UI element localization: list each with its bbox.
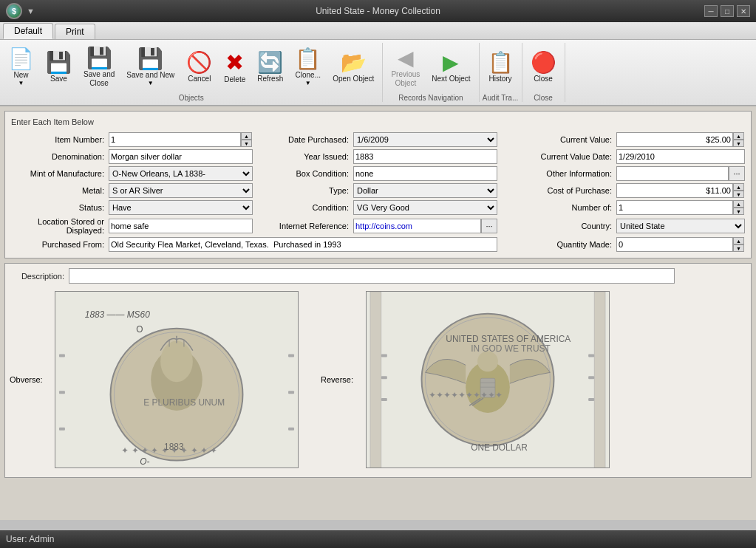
svg-text:O: O [136,323,143,334]
inet-btn2[interactable]: ··· [481,219,497,233]
cost-down[interactable]: ▼ [733,191,744,198]
reverse-svg: UNITED STATES OF AMERICA IN GOD WE TRUST… [367,292,609,468]
other-info-input[interactable] [616,166,729,181]
description-label: Description: [10,272,69,281]
new-button[interactable]: 📄 New ▼ [3,46,39,89]
country-select[interactable]: United State [616,219,745,233]
denom-input2[interactable] [109,149,253,164]
qty-made-input[interactable] [616,237,733,252]
svg-rect-15 [59,428,65,431]
cost-input[interactable] [616,183,733,198]
qty-up[interactable]: ▲ [733,237,744,244]
svg-text:O-: O- [140,456,149,466]
svg-rect-36 [381,354,387,357]
reverse-container: Reverse: [321,291,610,468]
delete-button[interactable]: ✖ Delete [219,49,251,87]
user-info: User: Admin [6,534,54,544]
item-num-wrap: ▲ ▼ [109,132,253,147]
history-label: History [488,75,511,83]
next-label: Next Object [432,75,470,83]
cur-val-date-label: Current Value Date: [508,152,615,161]
cur-val-down[interactable]: ▼ [733,140,744,147]
other-info-btn[interactable]: ··· [729,166,745,181]
qty-down[interactable]: ▼ [733,244,744,252]
cost-label: Cost of Purchase: [508,186,615,195]
previous-button[interactable]: ◀ PreviousObject [386,45,425,91]
save-button[interactable]: 💾 Save [41,49,77,86]
app-logo: $ [6,3,22,19]
item-up[interactable]: ▲ [241,132,252,140]
status-label2: Status: [11,203,107,212]
num-of-spinners: ▲ ▼ [733,200,744,215]
svg-point-6 [160,340,193,382]
year-label2: Year Issued: [263,152,352,161]
next-button[interactable]: ▶ Next Object [426,49,475,86]
item-down[interactable]: ▼ [241,140,252,147]
minimize-button[interactable]: ─ [704,5,718,17]
open-object-button[interactable]: 📂 Open Object [327,49,379,86]
main-content: Enter Each Item Below Item Number: ▲ ▼ D… [0,106,756,520]
other-info-wrap: ··· [616,166,745,181]
title-bar: $ ▼ United State - Money Collection ─ □ … [0,0,756,22]
cost-up[interactable]: ▲ [733,183,744,191]
box-cond-input2[interactable] [353,166,497,181]
prev-label: PreviousObject [391,70,420,88]
tab-default[interactable]: Default [3,23,53,39]
svg-rect-37 [381,376,387,379]
current-value-input[interactable] [616,132,733,147]
history-button[interactable]: 📋 History [483,49,519,86]
mint-select2[interactable]: O-New Orleans, LA 1838- [109,166,253,181]
purch-from-input2[interactable] [109,237,497,252]
cancel-button[interactable]: 🚫 Cancel [181,49,217,86]
date-select2[interactable]: 1/6/2009 [353,132,497,147]
svg-point-26 [477,351,498,371]
save-new-button[interactable]: 💾 Save and New ▼ [121,46,180,89]
save-close-button[interactable]: 💾 Save andClose [78,45,120,91]
reverse-label: Reverse: [321,375,361,384]
inet-input2[interactable] [353,219,481,233]
svg-text:ONE DOLLAR: ONE DOLLAR [471,442,528,452]
num-of-up[interactable]: ▲ [733,200,744,208]
svg-rect-40 [588,376,594,379]
cur-val-date-input[interactable] [616,149,745,164]
type-select2[interactable]: Dollar [353,183,497,198]
svg-rect-21 [370,292,381,468]
year-input2[interactable] [353,149,497,164]
svg-rect-41 [588,398,594,401]
other-info-label: Other Information: [508,169,615,178]
cost-wrap: ▲ ▼ [616,183,745,198]
svg-rect-18 [288,428,294,431]
loc-input2[interactable] [109,219,253,233]
mint-label2: Mint of Manufacture: [11,169,107,178]
cur-val-spinners: ▲ ▼ [733,132,744,147]
title-dropdown-arrow[interactable]: ▼ [27,7,35,16]
num-of-input[interactable] [616,200,733,215]
close-window-button[interactable]: ✕ [737,5,750,17]
clone-button[interactable]: 📋 Clone... ▼ [290,46,326,89]
close-icon: 🔴 [531,52,556,73]
num-of-label: Number of: [508,203,615,212]
status-select2[interactable]: Have [109,200,253,215]
history-icon: 📋 [488,52,514,73]
cost-spinners: ▲ ▼ [733,183,744,198]
new-dropdown-arrow: ▼ [18,80,24,86]
description-input[interactable] [69,268,675,284]
ribbon-toolbar: 📄 New ▼ 💾 Save 💾 Save andClose 💾 Save an… [0,40,756,106]
images-row: Obverse: 1883 —— MS60 O [10,287,746,473]
qty-made-wrap: ▲ ▼ [616,237,745,252]
objects-group-label: Objects [179,92,204,102]
svg-rect-39 [588,354,594,357]
close-button[interactable]: 🔴 Close [525,49,562,86]
metal-select2[interactable]: S or AR Silver [109,183,253,198]
maximize-button[interactable]: □ [721,5,734,17]
num-of-down[interactable]: ▼ [733,208,744,215]
cur-val-up[interactable]: ▲ [733,132,744,140]
svg-rect-22 [594,292,605,468]
tab-print[interactable]: Print [55,24,95,39]
item-number-input[interactable] [109,132,241,147]
refresh-button[interactable]: 🔄 Refresh [252,49,288,86]
delete-icon: ✖ [225,52,244,74]
ribbon-tabs: Default Print [0,22,756,40]
denom-label2: Denomination: [11,152,107,161]
cond-select2[interactable]: VG Very Good [353,200,497,215]
